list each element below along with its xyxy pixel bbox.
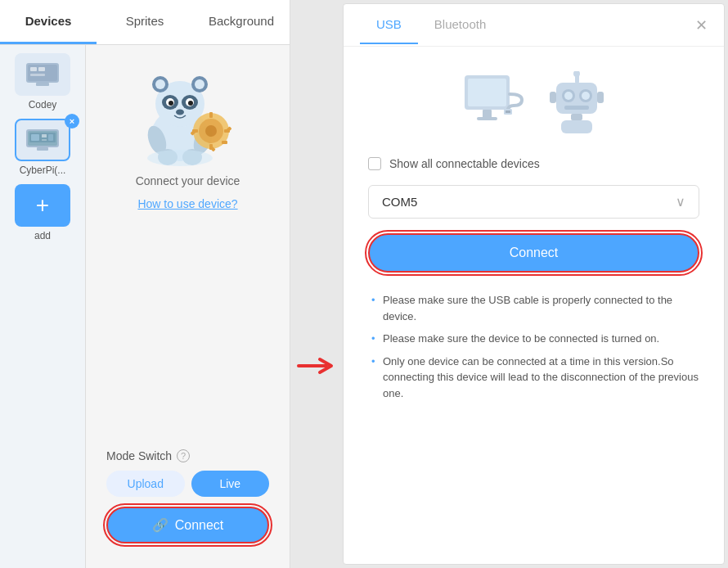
tab-sprites[interactable]: Sprites — [97, 0, 193, 44]
svg-point-54 — [564, 92, 573, 100]
upload-mode-button[interactable]: Upload — [106, 471, 185, 497]
add-device-button[interactable]: + — [15, 184, 70, 227]
right-panel-content: Show all connectable devices COM5 ∨ Conn… — [344, 47, 724, 564]
svg-point-17 — [155, 79, 165, 89]
svg-rect-46 — [477, 117, 497, 120]
how-to-device-link[interactable]: How to use device? — [137, 197, 237, 210]
svg-rect-58 — [597, 92, 604, 103]
device-main-area: Connect your device How to use device? M… — [86, 45, 290, 568]
cyberpi-icon-box — [15, 119, 70, 161]
mode-switch-label: Mode Switch ? — [106, 449, 269, 462]
chevron-down-icon: ∨ — [676, 194, 685, 210]
connect-link-icon: 🔗 — [152, 517, 169, 533]
left-connect-button[interactable]: 🔗 Connect — [106, 507, 269, 543]
svg-rect-39 — [222, 141, 227, 144]
panda-illustration — [123, 61, 254, 168]
svg-rect-44 — [468, 79, 506, 106]
show-all-label: Show all connectable devices — [389, 157, 540, 170]
right-arrow-icon — [297, 356, 334, 376]
svg-rect-5 — [36, 83, 49, 86]
svg-rect-59 — [571, 114, 582, 120]
svg-rect-3 — [38, 67, 45, 71]
svg-rect-45 — [483, 110, 492, 118]
svg-point-33 — [205, 125, 217, 137]
show-all-row: Show all connectable devices — [368, 157, 699, 170]
svg-point-55 — [582, 92, 590, 100]
svg-rect-48 — [506, 110, 510, 113]
mode-switch-section: Mode Switch ? Upload Live 🔗 Connect — [94, 449, 281, 556]
note-item: Please make sure the USB cable is proper… — [368, 289, 699, 327]
svg-point-24 — [169, 101, 173, 106]
svg-rect-10 — [42, 134, 47, 137]
svg-rect-56 — [564, 106, 589, 110]
mode-switch-help-icon[interactable]: ? — [177, 449, 190, 462]
connect-device-text: Connect your device — [136, 174, 240, 187]
show-all-checkbox[interactable] — [368, 157, 381, 170]
codey-icon-box — [15, 53, 70, 96]
arrow-container — [290, 164, 339, 568]
robot-device-icon — [546, 71, 608, 137]
close-button[interactable]: ✕ — [695, 16, 708, 34]
device-sidebar: Codey × CyberPi(.. — [0, 45, 86, 568]
add-label: add — [34, 230, 51, 241]
right-panel-header: USB Bluetooth ✕ — [344, 4, 724, 47]
svg-point-19 — [195, 79, 204, 89]
svg-point-42 — [147, 150, 213, 166]
device-item-cyberpi[interactable]: × CyberPi(... — [11, 119, 74, 176]
left-content: Codey × CyberPi(.. — [0, 45, 290, 568]
mode-buttons: Upload Live — [106, 471, 269, 497]
tabs-bar: Devices Sprites Background — [0, 0, 290, 45]
right-connect-button[interactable]: Connect — [368, 233, 699, 273]
right-panel: USB Bluetooth ✕ — [343, 3, 725, 565]
add-device-item[interactable]: + add — [11, 184, 74, 241]
svg-rect-9 — [31, 134, 39, 141]
tab-usb[interactable]: USB — [360, 6, 418, 44]
svg-point-26 — [176, 110, 184, 115]
tab-devices[interactable]: Devices — [0, 0, 97, 44]
cyberpi-device-name: CyberPi(... — [20, 165, 66, 176]
codey-device-name: Codey — [29, 99, 57, 110]
note-item: Please make sure the device to be connec… — [368, 327, 699, 350]
svg-point-25 — [188, 101, 193, 106]
svg-rect-12 — [48, 134, 53, 141]
port-dropdown[interactable]: COM5 ∨ — [368, 185, 699, 219]
remove-cyberpi-button[interactable]: × — [65, 114, 79, 128]
left-panel: Devices Sprites Background Codey — [0, 0, 290, 568]
svg-rect-34 — [209, 112, 213, 118]
svg-rect-57 — [550, 92, 556, 103]
port-dropdown-row: COM5 ∨ — [368, 185, 699, 219]
usb-illustration-row — [368, 71, 699, 137]
codey-device-icon — [24, 60, 61, 89]
notes-list: Please make sure the USB cable is proper… — [368, 289, 699, 404]
svg-rect-13 — [37, 147, 48, 151]
svg-rect-4 — [30, 74, 45, 76]
device-item-codey[interactable]: Codey — [11, 53, 74, 110]
svg-rect-2 — [30, 67, 37, 71]
note-item: Only one device can be connected at a ti… — [368, 350, 699, 405]
port-dropdown-value: COM5 — [382, 195, 417, 209]
live-mode-button[interactable]: Live — [191, 471, 270, 497]
monitor-usb-icon — [461, 71, 534, 137]
tab-bluetooth[interactable]: Bluetooth — [418, 6, 502, 44]
svg-rect-11 — [42, 139, 47, 141]
svg-rect-60 — [561, 120, 592, 133]
tab-background[interactable]: Background — [193, 0, 290, 44]
cyberpi-device-icon — [24, 125, 61, 155]
